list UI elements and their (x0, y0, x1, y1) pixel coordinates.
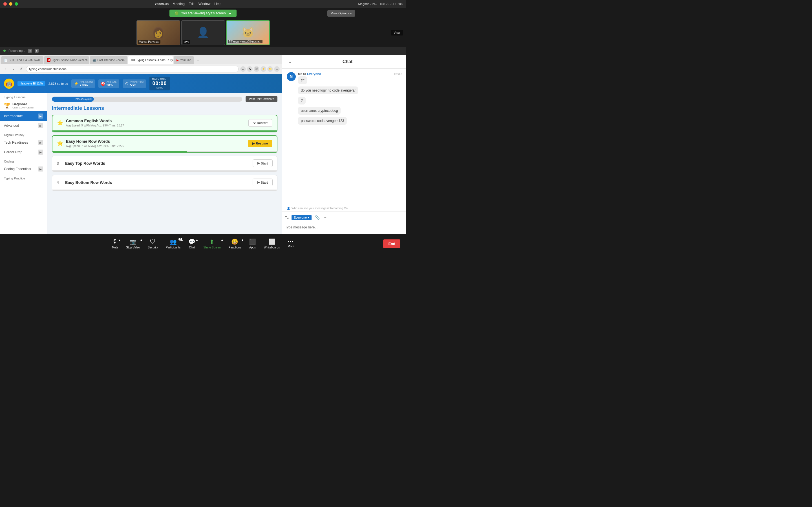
view-button[interactable]: View (391, 30, 403, 36)
menu-help[interactable]: Help (214, 2, 221, 6)
xp-bar: 2,878 xp to go (49, 82, 68, 86)
mac-titlebar: zoom.us Meeting Edit Window Help Maghrib… (0, 0, 406, 8)
close-dot[interactable] (3, 2, 7, 6)
toolbar-apps[interactable]: ⬛ Apps (245, 238, 260, 249)
sidebar-item-intermediate[interactable]: Intermediate ▶ (0, 111, 47, 121)
tab-youtube[interactable]: ▶ YouTube (174, 56, 194, 64)
lesson-card-2-inner: ⭐ Easy Home Row Words Avg Speed: 7 WPM A… (52, 136, 277, 151)
extension-icon-wolf[interactable]: 🐺 (254, 66, 259, 72)
chat-more-button[interactable]: ⋯ (322, 214, 329, 221)
speed-icon: ⚡ (73, 81, 79, 86)
chat-file-button[interactable]: 📎 (314, 214, 320, 221)
whiteboards-label: Whiteboards (264, 246, 280, 249)
beginner-sub-label: UNIT COMPLETE! (12, 106, 34, 109)
toolbar-more[interactable]: ••• More (284, 239, 298, 248)
view-options-label: View Options (331, 11, 349, 15)
battery-text: Maghrib -1:42 (358, 2, 377, 6)
menu-window[interactable]: Window (199, 2, 211, 6)
career-prep-label: Career Prep (4, 150, 22, 154)
minimize-dot[interactable] (9, 2, 12, 6)
sidebar-item-coding-essentials[interactable]: Coding Essentials ▶ (0, 164, 47, 174)
cloud-icon: ☁ (228, 11, 232, 15)
extension-icon-4[interactable]: 📁 (267, 66, 273, 72)
toolbar-chat[interactable]: ▲ 💬 Chat (185, 238, 199, 249)
lesson-1-btn-label: Restart (257, 121, 267, 124)
back-button[interactable]: ‹ (2, 66, 8, 72)
lesson-2-progress-bar (52, 151, 277, 152)
tab-typing[interactable]: ⌨ Typing Lessons - Learn To Typ... ✕ (128, 56, 173, 64)
forward-button[interactable]: › (10, 66, 16, 72)
share-screen-icon: ⬆ (209, 238, 214, 245)
toolbar-reactions[interactable]: ▲ 😀 Reactions (225, 238, 245, 249)
end-meeting-button[interactable]: End (383, 239, 400, 248)
video-thumb-tiff[interactable]: 🐱 Tiffanyariyanto@binusia... (226, 20, 270, 45)
extension-icon-1[interactable]: 🛡 (240, 66, 246, 72)
toolbar-participants[interactable]: ▲ 3 👥 Participants (162, 238, 185, 249)
participants-icon: 👥 (170, 238, 177, 245)
menu-edit[interactable]: Edit (189, 2, 195, 6)
sidebar-item-advanced[interactable]: Advanced ▶ (0, 121, 47, 130)
typing-logo: 🤖 (4, 78, 14, 89)
share-chevron: ▲ (221, 238, 223, 241)
lesson-2-resume-button[interactable]: ▶ Resume (248, 140, 272, 147)
more-icon: ••• (288, 239, 294, 244)
progress-text: 22% Complete (75, 98, 92, 101)
progress-bar-container: 22% Complete (52, 97, 242, 102)
lesson-3-start-button[interactable]: ▶ Start (253, 159, 273, 167)
share-screen-label: Share Screen (203, 246, 220, 249)
participant-name-arya: arya (183, 40, 190, 44)
typing-sidebar: Typing Lessons 🏆 Beginner UNIT COMPLETE!… (0, 93, 47, 234)
person-icon-arya: 👤 (197, 27, 209, 39)
new-tab-button[interactable]: + (195, 57, 201, 64)
extension-icon-menu[interactable]: ☰ (274, 66, 280, 72)
refresh-button[interactable]: ↺ (18, 66, 24, 72)
print-certificate-button[interactable]: Print Unit Certificate (246, 96, 277, 102)
chat-to-dropdown[interactable]: Everyone ▾ (292, 215, 312, 220)
chat-input[interactable] (285, 223, 327, 231)
recording-stop-button[interactable]: ■ (35, 49, 39, 53)
chat-chevron: ▲ (195, 238, 198, 241)
sidebar-item-tech-readiness[interactable]: Tech Readiness ▶ (0, 138, 47, 147)
chat-input-row: To: Everyone ▾ 📎 ⋯ (282, 212, 406, 223)
maximize-dot[interactable] (15, 2, 18, 6)
extension-icon-3[interactable]: ⚡ (260, 66, 266, 72)
chat-title: Chat (343, 59, 353, 64)
sidebar-item-beginner[interactable]: 🏆 Beginner UNIT COMPLETE! (0, 100, 47, 111)
sidebar-item-career-prep[interactable]: Career Prep ▶ (0, 147, 47, 157)
toolbar-stop-video[interactable]: ▲ 📷 Stop Video (122, 238, 144, 249)
browser-tabs: 📄 SITE LEVEL 4 - JADWAL M Jigoku Sensei … (0, 55, 282, 64)
privacy-icon: 👤 (287, 207, 290, 210)
tab-jigoku[interactable]: M Jigoku Sensei Nube vol.9 ch.74 -... (44, 56, 89, 64)
lesson-1-star: ⭐ (57, 120, 63, 126)
extension-icon-2[interactable]: A (247, 66, 253, 72)
lesson-1-stats: Avg Speed: 9 WPM Avg Acc: 99% Time: 18:1… (66, 124, 124, 127)
toolbar-mute[interactable]: ▲ 🎙 Mute (108, 238, 122, 249)
video-thumb-arya[interactable]: 👤 arya (181, 20, 225, 45)
video-participants-bar: 👩 Marisa Paryasto 👤 arya 🐱 Tiffanyariyan… (0, 18, 406, 47)
participants-label: Participants (166, 246, 181, 249)
tab-label-jadwal: SITE LEVEL 4 - JADWAL (9, 59, 41, 62)
toolbar-security[interactable]: 🛡 Security (144, 238, 162, 249)
toolbar-share-screen[interactable]: ▲ ⬆ Share Screen (199, 238, 224, 249)
menu-meeting[interactable]: Meeting (172, 2, 185, 6)
window-controls (3, 2, 18, 6)
chat-header: ⌄ Chat (282, 55, 406, 69)
chat-privacy-notice: 👤 Who can see your messages? Recording O… (282, 205, 406, 212)
view-options-button[interactable]: View Options ▾ (327, 10, 355, 17)
coding-essentials-label: Coding Essentials (4, 167, 31, 171)
avg-speed-unit: WPM (82, 84, 89, 87)
lesson-4-start-button[interactable]: ▶ Start (253, 179, 273, 186)
lesson-3-progress-bar (52, 170, 277, 172)
lesson-2-left: ⭐ Easy Home Row Words Avg Speed: 7 WPM A… (57, 139, 124, 148)
chat-action-icons-left: 📎 ⋯ (314, 214, 329, 221)
tab-jadwal[interactable]: 📄 SITE LEVEL 4 - JADWAL (1, 56, 43, 64)
video-thumb-marisa[interactable]: 👩 Marisa Paryasto (137, 20, 180, 45)
toolbar-whiteboards[interactable]: ⬜ Whiteboards (260, 238, 284, 249)
tab-zoom[interactable]: 📹 Post Attendee - Zoom (90, 56, 128, 64)
recording-pause-button[interactable]: ⏸ (28, 49, 32, 53)
chat-message-4: username: cryptocodecg (298, 107, 402, 115)
play-icon-4: ▶ (257, 180, 260, 184)
chat-collapse-button[interactable]: ⌄ (287, 58, 294, 65)
lesson-1-restart-button[interactable]: ↺ Restart (248, 119, 272, 127)
url-input[interactable]: typing.com/student/lessons (26, 66, 239, 72)
